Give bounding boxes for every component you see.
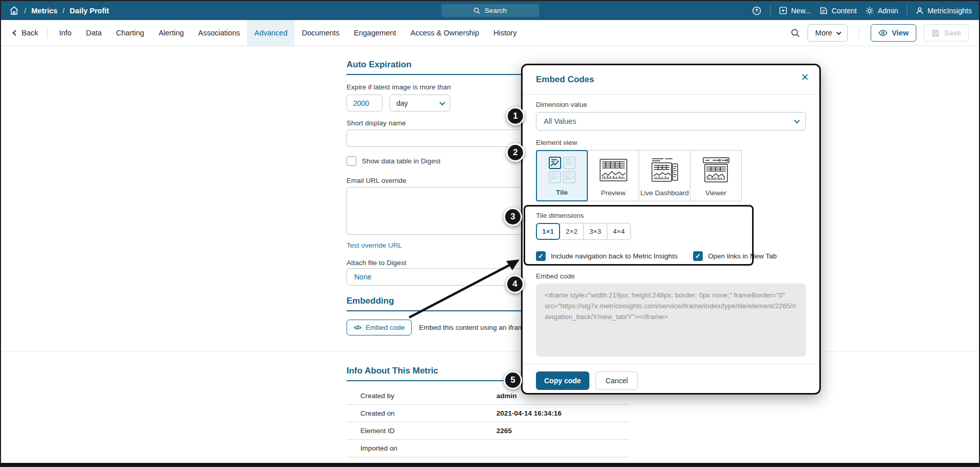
row-value: admin bbox=[496, 392, 517, 400]
tab-history[interactable]: History bbox=[486, 20, 524, 46]
dimension-value-label: Dimension value bbox=[536, 101, 806, 108]
table-row: Element ID 2265 bbox=[347, 422, 629, 440]
embed-codes-modal: Embed Codes ✕ Dimension value All Values… bbox=[521, 64, 821, 395]
tab-access-ownership[interactable]: Access & Ownership bbox=[403, 20, 487, 46]
checkbox-checked[interactable]: ✓ bbox=[536, 251, 546, 261]
annotation-badge-2: 2 bbox=[506, 143, 525, 162]
admin-button[interactable]: Admin bbox=[865, 6, 898, 15]
bottom-border bbox=[1, 463, 979, 466]
home-icon[interactable] bbox=[9, 6, 19, 15]
new-button[interactable]: New... bbox=[779, 6, 811, 15]
chevron-left-icon bbox=[12, 30, 18, 35]
divider bbox=[770, 6, 771, 15]
tile-view-icon bbox=[548, 151, 577, 189]
divider bbox=[859, 28, 859, 38]
show-digest-label: Show data table in Digest bbox=[362, 157, 440, 165]
view-option-label: Tile bbox=[556, 189, 568, 196]
show-digest-checkbox-row[interactable]: Show data table in Digest bbox=[347, 156, 440, 166]
embedding-row: </> Embed code Embed this content using … bbox=[347, 320, 528, 335]
code-icon: </> bbox=[354, 324, 361, 331]
top-navbar: / Metrics / Daily Profit Search New... bbox=[1, 1, 979, 20]
tab-engagement[interactable]: Engagement bbox=[347, 20, 403, 46]
more-button[interactable]: More bbox=[808, 24, 848, 42]
search-icon[interactable] bbox=[791, 28, 800, 38]
row-label: Imported on bbox=[347, 444, 496, 452]
breadcrumb-separator: / bbox=[63, 7, 65, 15]
tab-alerting[interactable]: Alerting bbox=[151, 20, 191, 46]
row-value: 2021-04-14 16:34:16 bbox=[496, 409, 562, 417]
content-button[interactable]: Content bbox=[819, 6, 857, 15]
gear-icon bbox=[865, 6, 874, 15]
annotation-badge-3: 3 bbox=[504, 208, 522, 226]
tab-list: Back Info Data Charting Alerting Associa… bbox=[1, 20, 524, 46]
size-option-1x1[interactable]: 1×1 bbox=[536, 223, 560, 240]
dimension-value-select[interactable]: All Values bbox=[536, 112, 806, 130]
tab-associations[interactable]: Associations bbox=[191, 20, 247, 46]
back-button[interactable]: Back bbox=[8, 29, 43, 37]
size-option-3x3[interactable]: 3×3 bbox=[583, 223, 607, 240]
tab-charting[interactable]: Charting bbox=[109, 20, 151, 46]
tile-dimensions-label: Tile dimensions bbox=[536, 212, 806, 219]
email-override-label: Email URL override bbox=[347, 177, 407, 184]
more-label: More bbox=[815, 29, 832, 37]
copy-code-button[interactable]: Copy code bbox=[536, 371, 589, 390]
size-option-4x4[interactable]: 4×4 bbox=[607, 223, 631, 240]
table-row: Imported on bbox=[347, 440, 629, 457]
expire-label: Expire if latest image is more than bbox=[347, 83, 451, 91]
close-icon[interactable]: ✕ bbox=[801, 72, 809, 82]
save-button[interactable]: Save bbox=[924, 24, 969, 42]
tab-advanced[interactable]: Advanced bbox=[247, 20, 295, 46]
view-option-label: Preview bbox=[601, 189, 625, 197]
chevron-down-icon bbox=[794, 118, 800, 123]
view-button[interactable]: View bbox=[871, 24, 916, 42]
dimension-value: All Values bbox=[544, 117, 576, 125]
breadcrumb-separator: / bbox=[24, 7, 26, 15]
new-tab-checkbox-row[interactable]: ✓ Open links in New Tab bbox=[693, 251, 777, 261]
account-button[interactable]: MetricInsights bbox=[915, 6, 972, 15]
tab-info[interactable]: Info bbox=[52, 20, 79, 46]
expire-value-input[interactable]: 2000 bbox=[347, 95, 382, 111]
embed-code-label: Embed code bbox=[366, 324, 405, 331]
embed-code-button[interactable]: </> Embed code bbox=[347, 320, 412, 335]
user-icon bbox=[915, 6, 924, 15]
nav-back-label: Include navigation back to Metric Insigh… bbox=[551, 252, 678, 260]
size-option-2x2[interactable]: 2×2 bbox=[560, 223, 584, 240]
tab-bar: Back Info Data Charting Alerting Associa… bbox=[1, 20, 979, 46]
breadcrumb-metrics[interactable]: Metrics bbox=[31, 7, 57, 15]
cancel-button[interactable]: Cancel bbox=[595, 371, 639, 390]
account-label: MetricInsights bbox=[928, 7, 972, 15]
test-override-link[interactable]: Test override URL bbox=[347, 241, 402, 249]
save-label: Save bbox=[944, 29, 961, 37]
view-option-viewer[interactable]: Viewer bbox=[690, 150, 742, 201]
view-option-preview[interactable]: Preview bbox=[587, 150, 639, 201]
nav-back-checkbox-row[interactable]: ✓ Include navigation back to Metric Insi… bbox=[536, 251, 678, 261]
view-option-live-dashboard[interactable]: Live Dashboard bbox=[639, 150, 690, 201]
embed-caption: Embed this content using an iframe bbox=[419, 324, 528, 331]
view-option-label: Live Dashboard bbox=[640, 189, 689, 197]
tile-size-options: 1×1 2×2 3×3 4×4 bbox=[536, 223, 806, 240]
tab-data[interactable]: Data bbox=[79, 20, 109, 46]
row-value: 2265 bbox=[496, 427, 512, 435]
embed-code-textarea[interactable]: <iframe style="width:219px; height:248px… bbox=[536, 284, 806, 357]
preview-view-icon bbox=[599, 151, 628, 189]
save-icon bbox=[931, 29, 940, 38]
breadcrumb: / Metrics / Daily Profit bbox=[1, 6, 109, 15]
view-option-tile[interactable]: Tile bbox=[536, 150, 588, 201]
global-search-input[interactable]: Search bbox=[441, 4, 539, 17]
embed-options-row: ✓ Include navigation back to Metric Insi… bbox=[536, 251, 806, 261]
new-label: New... bbox=[791, 7, 811, 15]
new-tab-label: Open links in New Tab bbox=[708, 252, 777, 260]
annotation-badge-5: 5 bbox=[504, 371, 522, 389]
checkbox-checked[interactable]: ✓ bbox=[693, 251, 703, 261]
row-label: Created by bbox=[347, 392, 496, 400]
tab-documents[interactable]: Documents bbox=[295, 20, 347, 46]
expire-unit-select[interactable]: day bbox=[390, 95, 450, 111]
checkbox-unchecked[interactable] bbox=[347, 156, 356, 166]
view-option-label: Viewer bbox=[705, 189, 726, 197]
chevron-down-icon bbox=[439, 99, 445, 105]
app-window: / Metrics / Daily Profit Search New... bbox=[0, 0, 980, 467]
divider bbox=[907, 6, 907, 15]
assistant-icon[interactable] bbox=[752, 6, 762, 16]
viewer-view-icon bbox=[701, 151, 731, 189]
search-placeholder: Search bbox=[485, 7, 507, 14]
